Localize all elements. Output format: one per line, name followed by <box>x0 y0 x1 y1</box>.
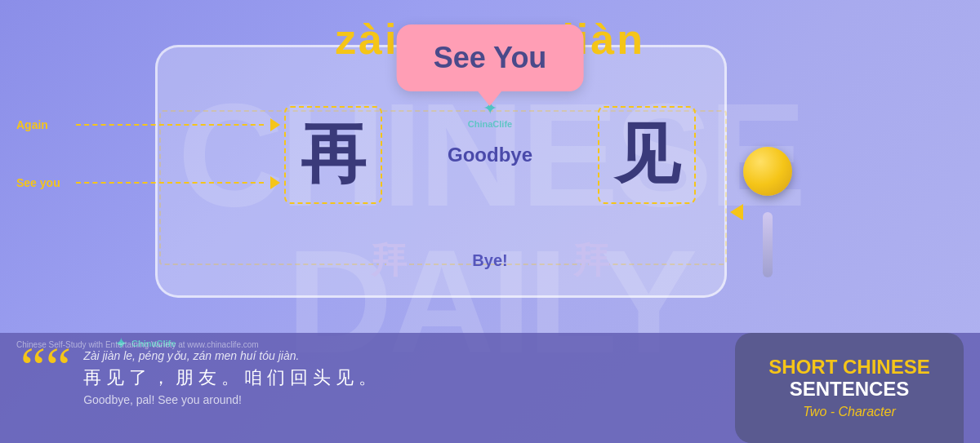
chinese-char-zai: 再 <box>301 111 366 199</box>
goodbye-text: Goodbye <box>448 144 532 166</box>
chinese-char-jian: 见 <box>614 111 679 199</box>
bai-char-left: 拜 <box>371 237 407 285</box>
bai-row: 拜 Bye! 拜 <box>371 237 608 285</box>
char-area: 再 Goodbye 见 <box>284 106 696 204</box>
char-middle: Goodbye <box>448 144 532 166</box>
info-sentences: SENTENCES <box>790 379 910 400</box>
chinese-sentence: 再 见 了 ， 朋 友 。 咱 们 回 头 见 。 <box>83 365 376 390</box>
bai-char-right: 拜 <box>573 237 609 285</box>
arrow-left-gold <box>730 204 743 220</box>
bye-text: Bye! <box>472 251 507 270</box>
golden-ball-area <box>730 147 792 277</box>
arrow-seeyou <box>270 176 280 189</box>
speech-bubble: See You <box>397 24 584 91</box>
annotations-area: Again See you <box>16 118 280 189</box>
info-box: SHORT CHINESE SENTENCES Two - Character <box>735 333 964 443</box>
golden-ball <box>743 147 792 196</box>
annotation-seeyou-label: See you <box>16 176 69 189</box>
info-short: SHORT <box>768 356 843 378</box>
info-box-title: SHORT CHINESE <box>768 357 929 378</box>
char-box-jian: 见 <box>598 106 696 204</box>
sentence-block: Zài jiàn le, péng yǒu, zán men huí tóu j… <box>83 345 376 406</box>
website-text: Chinese Self-Study with Entertaining Var… <box>16 340 259 349</box>
info-subtitle: Two - Character <box>803 405 896 419</box>
ball-stick-container <box>743 147 792 277</box>
english-translation: Goodbye, pal! See you around! <box>83 393 376 406</box>
annotation-again-row: Again <box>16 118 280 131</box>
char-box-zai: 再 <box>284 106 382 204</box>
dotted-line-again <box>76 124 264 126</box>
info-character: - Character <box>831 405 896 419</box>
quote-section: ““ Zài jiàn le, péng yǒu, zán men huí tó… <box>0 333 735 443</box>
info-chinese: CHINESE <box>843 356 930 378</box>
speech-bubble-text: See You <box>434 41 547 74</box>
info-two: Two <box>803 405 826 419</box>
pinyin-zai: zài <box>335 15 399 64</box>
dotted-line-seeyou <box>76 182 264 184</box>
big-quote-mark: ““ <box>20 345 71 391</box>
golden-stick <box>763 212 773 277</box>
annotation-again-label: Again <box>16 118 69 131</box>
annotation-seeyou-row: See you <box>16 176 280 189</box>
arrow-again <box>270 118 280 131</box>
